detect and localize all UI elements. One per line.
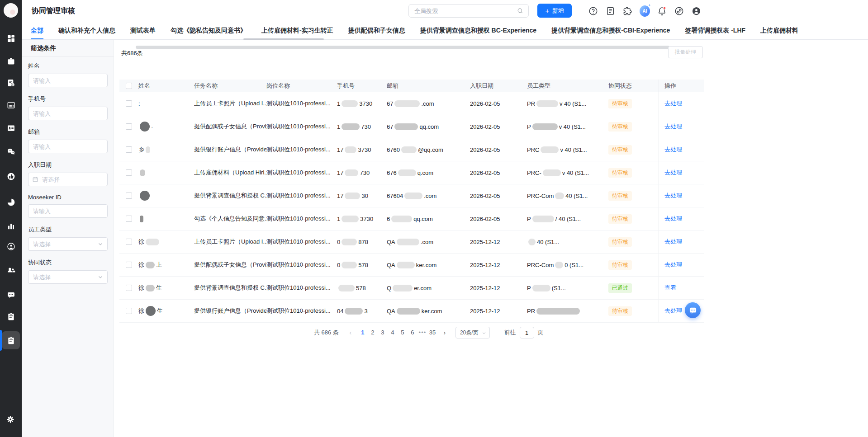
tab-9[interactable]: 上传雇佣材料 <box>760 22 798 39</box>
row-action-link[interactable]: 查看 <box>664 284 676 292</box>
prev-page-button[interactable]: ‹ <box>346 329 355 336</box>
cell-task-name: 提供背景调查信息和授权 C... <box>194 184 266 207</box>
page-button-35[interactable]: 35 <box>427 327 437 338</box>
page-button-3[interactable]: 3 <box>378 327 388 338</box>
sidebar-item-messages[interactable] <box>2 286 20 304</box>
redaction-blob <box>342 262 357 268</box>
calendar-icon <box>6 100 16 110</box>
filter-title: 筛选条件 <box>22 40 114 56</box>
row-checkbox[interactable] <box>126 216 132 222</box>
sidebar-item-wechat[interactable] <box>2 142 20 160</box>
row-action-link[interactable]: 去处理 <box>664 169 682 177</box>
filter-input[interactable] <box>28 237 108 251</box>
sidebar-item-candidate[interactable] <box>2 237 20 255</box>
header-puzzle-button[interactable] <box>622 6 633 16</box>
status-badge: 已通过 <box>608 283 632 293</box>
sidebar-item-id-card[interactable] <box>2 119 20 137</box>
sidebar-item-bar-report[interactable] <box>2 217 20 235</box>
tab-5[interactable]: 提供配偶和子女信息 <box>348 22 405 39</box>
create-new-button[interactable]: + 新增 <box>537 4 572 18</box>
cell-task-name: 提供配偶或子女信息（Provi... <box>194 115 266 138</box>
sidebar-item-endorsement[interactable] <box>2 167 20 185</box>
redaction-blob <box>555 193 564 199</box>
row-checkbox[interactable] <box>126 169 132 176</box>
redaction-blob <box>146 146 150 153</box>
redaction-blob <box>394 100 420 107</box>
cell-employee-type: PR <box>527 300 608 322</box>
row-action-link[interactable]: 去处理 <box>664 238 682 246</box>
table-row: · 提供配偶或子女信息（Provi... 测试职位1010-professi..… <box>119 115 704 138</box>
select-all-checkbox[interactable] <box>126 83 132 89</box>
filter-input[interactable] <box>28 140 108 153</box>
sidebar-item-positions[interactable] <box>2 52 20 70</box>
row-checkbox[interactable] <box>126 146 132 153</box>
tab-1[interactable]: 确认和补充个人信息 <box>58 22 115 39</box>
header-ai-button[interactable]: AI <box>640 6 650 16</box>
goto-label: 前往 <box>504 329 516 337</box>
table-hscrollbar-thumb[interactable] <box>136 46 669 49</box>
row-action-link[interactable]: 去处理 <box>664 307 682 315</box>
page-button-1[interactable]: 1 <box>358 327 368 338</box>
filter-input[interactable] <box>28 107 108 120</box>
row-action-link[interactable]: 去处理 <box>664 122 682 131</box>
status-badge: 待审核 <box>608 145 632 155</box>
tab-0[interactable]: 全部 <box>31 22 43 39</box>
sidebar-item-talent-search[interactable] <box>2 261 20 279</box>
column-header: 员工类型 <box>527 80 608 92</box>
page-button-4[interactable]: 4 <box>388 327 398 338</box>
tabs-scrollbar-thumb[interactable] <box>243 38 324 40</box>
header-link-button[interactable] <box>674 6 684 16</box>
cell-email: 676q.com <box>387 161 470 184</box>
filter-input[interactable] <box>28 173 108 186</box>
global-search-box[interactable] <box>408 4 529 18</box>
header-help-button[interactable] <box>588 6 598 16</box>
row-checkbox[interactable] <box>126 285 132 291</box>
sidebar-item-schedule[interactable] <box>2 96 20 114</box>
next-page-button[interactable]: › <box>440 329 449 336</box>
row-action-link[interactable]: 去处理 <box>664 261 682 269</box>
sidebar-item-approvals[interactable] <box>2 331 20 349</box>
filter-input[interactable] <box>28 204 108 218</box>
row-checkbox[interactable] <box>126 308 132 314</box>
plus-icon: + <box>545 7 550 14</box>
page-button-2[interactable]: 2 <box>368 327 378 338</box>
batch-process-button[interactable]: 批量处理 <box>668 46 703 58</box>
header-document-button[interactable] <box>605 6 616 16</box>
cell-phone: 043 <box>337 300 387 322</box>
tab-2[interactable]: 测试表单 <box>130 22 156 39</box>
row-action-link[interactable]: 去处理 <box>664 215 682 223</box>
row-checkbox[interactable] <box>126 123 132 130</box>
filter-input[interactable] <box>28 270 108 284</box>
sidebar-item-resumes[interactable] <box>2 74 20 92</box>
sidebar-item-dashboard[interactable] <box>2 29 20 47</box>
header-user-button[interactable] <box>691 6 702 16</box>
row-checkbox[interactable] <box>126 239 132 245</box>
page-size-select[interactable]: 20条/页 <box>455 327 490 338</box>
header-bell-button[interactable] <box>657 6 667 16</box>
redaction-blob <box>342 239 357 245</box>
page-button-5[interactable]: 5 <box>398 327 408 338</box>
row-checkbox[interactable] <box>126 262 132 268</box>
page-button-6[interactable]: 6 <box>408 327 417 338</box>
sidebar-item-forms[interactable] <box>2 307 20 325</box>
pie-icon <box>6 197 16 207</box>
tab-7[interactable]: 提供背景调查信息和授权-CBI-Experience <box>551 22 670 39</box>
goto-page-input[interactable] <box>520 327 534 338</box>
tab-3[interactable]: 勾选《隐私告知及同意书》 <box>171 22 247 39</box>
sidebar-item-pie-report[interactable] <box>2 193 20 211</box>
tab-4[interactable]: 上传雇佣材料-实习生转正 <box>261 22 333 39</box>
workspace-avatar[interactable] <box>4 3 18 18</box>
tab-6[interactable]: 提供背景调查信息和授权 BC-Experience <box>420 22 536 39</box>
filter-input[interactable] <box>28 74 108 87</box>
sidebar-item-settings[interactable] <box>5 414 16 425</box>
row-checkbox[interactable] <box>126 193 132 199</box>
row-action-link[interactable]: 去处理 <box>664 99 682 108</box>
cell-email: QA.com <box>387 230 470 253</box>
chat-widget-button[interactable] <box>685 302 701 318</box>
global-search-input[interactable] <box>409 8 517 14</box>
tab-8[interactable]: 签署背调授权表 -LHF <box>685 22 745 39</box>
row-checkbox[interactable] <box>126 100 132 107</box>
row-action-link[interactable]: 去处理 <box>664 192 682 200</box>
row-action-link[interactable]: 去处理 <box>664 146 682 154</box>
cell-employee-type: P(S1... <box>527 277 608 299</box>
